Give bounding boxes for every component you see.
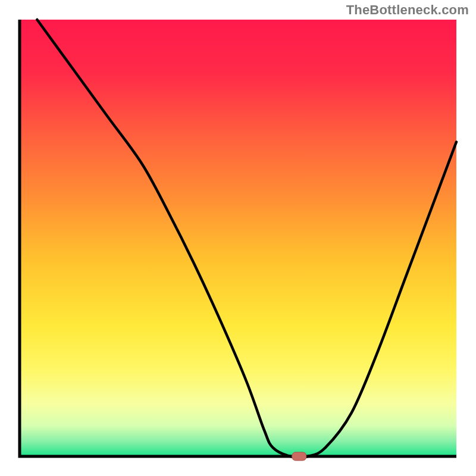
watermark-text: TheBottleneck.com bbox=[346, 2, 469, 18]
bottleneck-chart bbox=[0, 0, 476, 476]
optimal-marker bbox=[292, 452, 306, 461]
chart-stage: TheBottleneck.com bbox=[0, 0, 476, 476]
